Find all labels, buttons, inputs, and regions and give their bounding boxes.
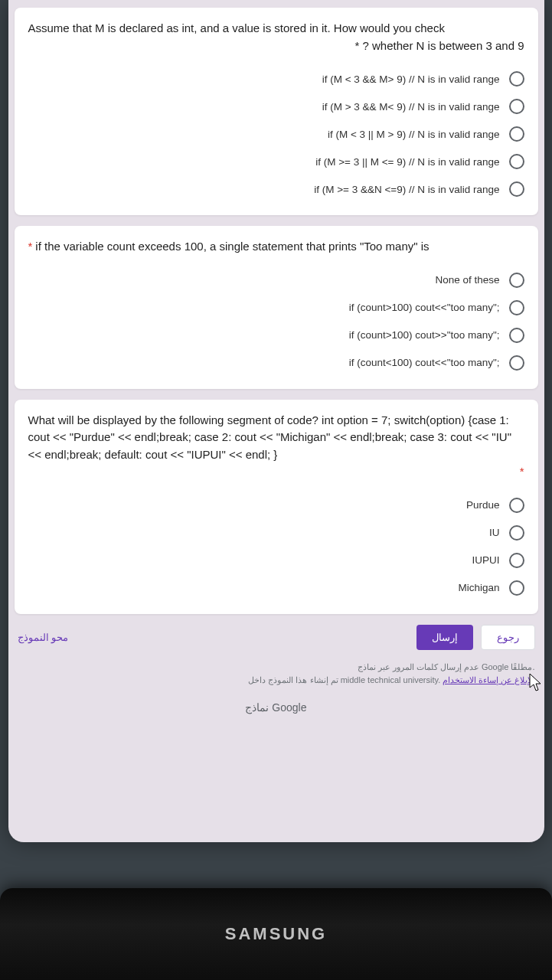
option-label: if (M < 3 && M> 9) // N is in valid rang… <box>322 74 500 85</box>
radio-icon <box>509 355 524 371</box>
option-label: IU <box>489 527 500 538</box>
option-label: Purdue <box>466 499 500 511</box>
google-forms-logo[interactable]: نماذج Google <box>15 701 538 714</box>
radio-icon <box>509 498 524 513</box>
option-row[interactable]: if (M < 3 && M> 9) // N is in valid rang… <box>28 65 524 93</box>
question-title: *if the variable count exceeds 100, a si… <box>28 238 524 256</box>
option-label: None of these <box>435 274 499 286</box>
option-label: Michigan <box>458 582 499 593</box>
radio-icon <box>509 300 524 315</box>
option-label: if (M >= 3 || M <= 9) // N is in valid r… <box>315 156 499 168</box>
question-title: Assume that M is declared as int, and a … <box>28 20 524 54</box>
option-label: if (M < 3 || M > 9) // N is in valid ran… <box>328 129 500 140</box>
option-label: if (M > 3 && M< 9) // N is in valid rang… <box>322 101 500 113</box>
clear-form-link[interactable]: محو النموذج <box>18 632 69 643</box>
disclaimer-line1: عدم إرسال كلمات المرور عبر نماذج Google … <box>18 661 535 675</box>
radio-icon <box>509 181 524 197</box>
option-label: IUPUI <box>472 554 499 566</box>
disclaimer: عدم إرسال كلمات المرور عبر نماذج Google … <box>15 661 538 688</box>
option-row[interactable]: Purdue <box>28 492 524 519</box>
q3-text: What will be displayed by the following … <box>28 413 512 461</box>
radio-icon <box>509 273 524 288</box>
back-button[interactable]: رجوع <box>481 625 535 650</box>
option-row[interactable]: if (M >= 3 &&N <=9) // N is in valid ran… <box>28 175 524 203</box>
monitor-brand: SAMSUNG <box>225 924 327 944</box>
monitor-bezel: SAMSUNG <box>0 888 552 980</box>
google-text: Google <box>272 701 306 714</box>
radio-icon <box>509 154 524 169</box>
forms-prefix: نماذج <box>245 701 272 714</box>
q2-text: if the variable count exceeds 100, a sin… <box>35 240 429 253</box>
question-title: What will be displayed by the following … <box>28 412 524 481</box>
option-row[interactable]: if (M < 3 || M > 9) // N is in valid ran… <box>28 120 524 148</box>
cursor-icon <box>529 674 543 692</box>
radio-icon <box>509 126 524 142</box>
form-footer: محو النموذج إرسال رجوع <box>15 625 538 650</box>
option-row[interactable]: if (M >= 3 || M <= 9) // N is in valid r… <box>28 148 524 175</box>
disclaimer-pre: تم إنشاء هذا النموذج داخل middle technic… <box>248 675 443 684</box>
radio-icon <box>509 99 524 114</box>
option-row[interactable]: Michigan <box>28 574 524 602</box>
required-mark: * <box>28 463 524 481</box>
option-row[interactable]: if (count>100) cout<<"too many"; <box>28 294 524 322</box>
button-group: إرسال رجوع <box>416 625 535 650</box>
option-row[interactable]: if (count<100) cout<<"too many"; <box>28 349 524 377</box>
radio-icon <box>509 71 524 87</box>
option-row[interactable]: IUPUI <box>28 547 524 574</box>
radio-icon <box>509 328 524 343</box>
option-row[interactable]: IU <box>28 519 524 547</box>
option-label: if (count>100) cout<<"too many"; <box>349 302 500 313</box>
radio-icon <box>509 553 524 568</box>
q1-line1: Assume that M is declared as int, and a … <box>28 20 524 38</box>
radio-icon <box>509 580 524 596</box>
question-card-2: *if the variable count exceeds 100, a si… <box>15 226 538 389</box>
form-viewport: Assume that M is declared as int, and a … <box>8 0 544 842</box>
question-card-3: What will be displayed by the following … <box>15 400 538 614</box>
disclaimer-line2: تم إنشاء هذا النموذج داخل middle technic… <box>18 674 535 688</box>
report-abuse-link[interactable]: الإبلاغ عن إساءة الاستخدام <box>443 675 534 684</box>
question-card-1: Assume that M is declared as int, and a … <box>15 8 538 215</box>
option-label: if (count<100) cout<<"too many"; <box>349 357 500 368</box>
required-mark: * <box>28 240 33 253</box>
q1-line2: * ? whether N is between 3 and 9 <box>28 38 524 55</box>
option-label: if (count>100) cout>>"too many"; <box>349 329 500 341</box>
option-row[interactable]: if (count>100) cout>>"too many"; <box>28 322 524 349</box>
option-row[interactable]: None of these <box>28 266 524 294</box>
submit-button[interactable]: إرسال <box>416 625 473 650</box>
radio-icon <box>509 525 524 541</box>
option-label: if (M >= 3 &&N <=9) // N is in valid ran… <box>314 184 499 195</box>
option-row[interactable]: if (M > 3 && M< 9) // N is in valid rang… <box>28 93 524 120</box>
